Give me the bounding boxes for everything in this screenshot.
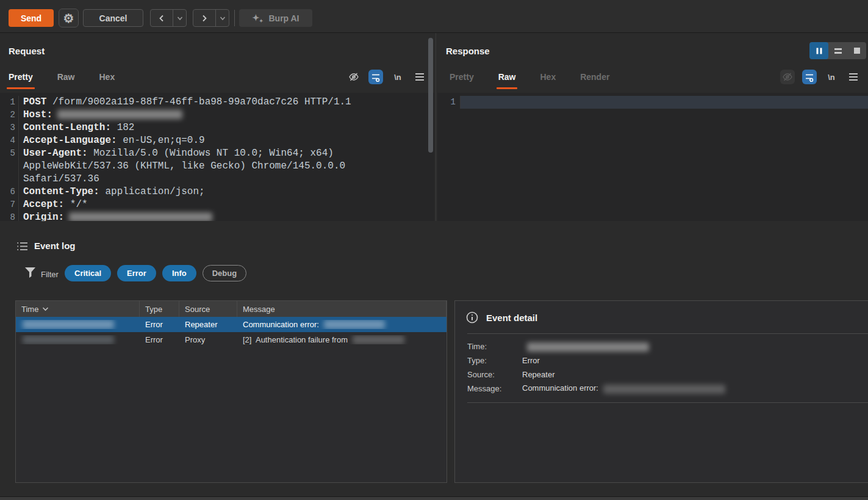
- gear-icon[interactable]: ⚙: [59, 9, 79, 27]
- chevron-right-icon: [201, 15, 208, 22]
- request-code-line: 1POST /form/9002a119-88f7-46ff-ba98-99a7…: [0, 96, 434, 109]
- filter-pill-info[interactable]: Info: [162, 265, 196, 281]
- redacted-value: [603, 385, 725, 394]
- request-view-icons: \n: [346, 70, 427, 84]
- detail-field-row: Source:Repeater: [467, 368, 862, 382]
- chevron-left-icon: [158, 15, 165, 22]
- event-detail-fields: Time:Type:ErrorSource:RepeaterMessage:Co…: [467, 339, 862, 396]
- response-line: 1: [437, 96, 868, 109]
- detail-divider: [467, 333, 868, 334]
- filter-pill-critical[interactable]: Critical: [65, 265, 111, 281]
- redacted-value: [69, 212, 212, 221]
- request-code-text: Origin:: [19, 211, 212, 221]
- history-back-group: [150, 9, 187, 27]
- rows-icon: [834, 48, 842, 54]
- menu-icon[interactable]: [412, 70, 427, 84]
- request-code-line: 6Content-Type: application/json;: [0, 186, 434, 198]
- bottom-status-bar: [0, 496, 868, 500]
- detail-field-label: Type:: [467, 356, 522, 365]
- burp-ai-button[interactable]: ✦ ✦ Burp AI: [239, 9, 312, 27]
- cell-time: [16, 320, 140, 329]
- newline-icon[interactable]: \n: [824, 70, 839, 84]
- forward-dropdown-button[interactable]: [216, 10, 229, 26]
- request-code-text: Host:: [19, 109, 182, 121]
- filter-label: Filter: [41, 270, 59, 279]
- back-dropdown-button[interactable]: [173, 10, 186, 26]
- forward-button[interactable]: [193, 10, 216, 26]
- request-code-line: 7Accept: */*: [0, 198, 434, 211]
- response-empty-line: [461, 96, 868, 109]
- request-editor[interactable]: 1POST /form/9002a119-88f7-46ff-ba98-99a7…: [0, 93, 434, 221]
- back-button[interactable]: [151, 10, 173, 26]
- sort-down-icon: [42, 306, 49, 311]
- redacted-message: [353, 335, 404, 344]
- line-number: 7: [0, 198, 19, 211]
- table-row[interactable]: ErrorProxy[2] Authentication failure fro…: [16, 332, 447, 347]
- request-code-line: AppleWebKit/537.36 (KHTML, like Gecko) C…: [0, 160, 434, 173]
- request-code-text: User-Agent: Mozilla/5.0 (Windows NT 10.0…: [19, 147, 334, 160]
- tab-hex[interactable]: Hex: [99, 72, 115, 89]
- redacted-time: [23, 335, 114, 344]
- header-name: Content-Type:: [23, 186, 99, 197]
- event-detail-panel: Event detail Time:Type:ErrorSource:Repea…: [454, 300, 868, 483]
- newline-icon[interactable]: \n: [390, 70, 405, 84]
- request-code-line: 8Origin:: [0, 211, 434, 221]
- stop-stream-button[interactable]: [847, 42, 866, 59]
- tab-pretty[interactable]: Pretty: [9, 72, 33, 89]
- column-header-time[interactable]: Time: [16, 301, 140, 317]
- pause-stream-button[interactable]: [809, 42, 828, 59]
- request-code-text: AppleWebKit/537.36 (KHTML, like Gecko) C…: [19, 160, 345, 173]
- eye-off-icon[interactable]: [346, 70, 361, 84]
- event-log-table-header: TimeTypeSourceMessage: [16, 301, 447, 317]
- line-number: 4: [0, 134, 19, 147]
- line-number: [0, 160, 19, 173]
- detail-field-label: Message:: [467, 384, 522, 393]
- column-header-message[interactable]: Message: [237, 301, 447, 317]
- request-code-text: Content-Length: 182: [19, 121, 134, 134]
- table-row[interactable]: ErrorRepeaterCommunication error:: [16, 317, 447, 332]
- event-detail-title: Event detail: [486, 313, 537, 323]
- tab-pretty[interactable]: Pretty: [450, 72, 474, 89]
- burp-repeater-window: Send ⚙ Cancel: [0, 0, 868, 500]
- send-button[interactable]: Send: [9, 9, 54, 27]
- cell-message: Communication error:: [237, 320, 447, 329]
- stream-rows-button[interactable]: [828, 42, 847, 59]
- redacted-message: [324, 320, 385, 329]
- cancel-button[interactable]: Cancel: [83, 9, 143, 27]
- event-detail-header: Event detail: [466, 311, 537, 324]
- burp-ai-label: Burp AI: [268, 13, 299, 23]
- header-name: Content-Length:: [23, 122, 111, 133]
- filter-pill-debug[interactable]: Debug: [203, 265, 246, 281]
- request-code-line: Safari/537.36: [0, 173, 434, 186]
- response-view-tabs: PrettyRawHexRender: [450, 72, 634, 89]
- sparkle-icon: ✦ ✦: [252, 13, 263, 24]
- request-code-line: 2Host:: [0, 109, 434, 121]
- response-title: Response: [446, 46, 490, 56]
- response-view-icons: \n: [780, 70, 861, 84]
- tab-hex[interactable]: Hex: [540, 72, 556, 89]
- line-number: 1: [0, 96, 19, 109]
- word-wrap-icon[interactable]: [368, 70, 383, 84]
- filter-pill-error[interactable]: Error: [117, 265, 156, 281]
- line-number: 2: [0, 109, 19, 121]
- header-name: Accept:: [23, 199, 64, 210]
- filter-icon: [24, 267, 36, 278]
- request-editor-scrollbar[interactable]: [428, 38, 433, 153]
- header-name: Origin:: [23, 212, 64, 221]
- request-code-text: Accept: */*: [19, 198, 88, 211]
- request-code-line: 3Content-Length: 182: [0, 121, 434, 134]
- menu-icon[interactable]: [846, 70, 861, 84]
- tab-render[interactable]: Render: [580, 72, 609, 89]
- event-log-icon: [17, 242, 27, 251]
- column-header-type[interactable]: Type: [140, 301, 179, 317]
- word-wrap-icon[interactable]: [802, 70, 817, 84]
- tab-raw[interactable]: Raw: [498, 72, 516, 89]
- detail-field-value: Communication error:: [522, 383, 725, 393]
- tab-raw[interactable]: Raw: [57, 72, 75, 89]
- request-code-line: 4Accept-Language: en-US,en;q=0.9: [0, 134, 434, 147]
- column-header-source[interactable]: Source: [179, 301, 237, 317]
- pane-splitter[interactable]: [436, 33, 436, 221]
- cell-source: Proxy: [179, 335, 237, 344]
- response-pane: Response PrettyRawHexRender: [437, 33, 868, 221]
- response-editor[interactable]: 1: [437, 93, 868, 221]
